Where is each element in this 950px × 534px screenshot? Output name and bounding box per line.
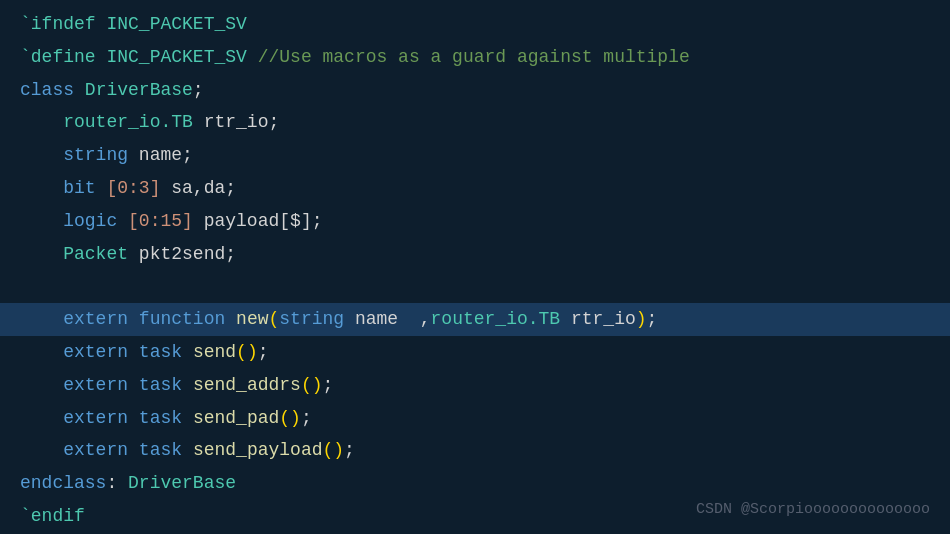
code-line-14: extern task send_payload(); xyxy=(0,434,950,467)
code-line-6: bit [0:3] sa,da; xyxy=(0,172,950,205)
func-send: send xyxy=(193,342,236,362)
type-router-io: router_io.TB xyxy=(63,112,193,132)
keyword-extern-sendpad: extern xyxy=(63,408,128,428)
watermark: CSDN @Scorpioooooooooooooo xyxy=(696,498,930,522)
code-editor: `ifndef INC_PACKET_SV `define INC_PACKET… xyxy=(0,0,950,534)
keyword-task-sendpad: task xyxy=(139,408,182,428)
keyword-extern-new: extern xyxy=(63,309,128,329)
keyword-task-send: task xyxy=(139,342,182,362)
code-line-15: endclass: DriverBase xyxy=(0,467,950,500)
code-line-5: string name; xyxy=(0,139,950,172)
keyword-ifndef: `ifndef xyxy=(20,14,96,34)
endclass-name: DriverBase xyxy=(128,473,236,493)
code-line-3: class DriverBase; xyxy=(0,74,950,107)
class-name: DriverBase xyxy=(85,80,193,100)
code-line-12: extern task send_addrs(); xyxy=(0,369,950,402)
keyword-function: function xyxy=(139,309,225,329)
func-send-pad: send_pad xyxy=(193,408,279,428)
type-router-io-new: router_io.TB xyxy=(431,309,561,329)
macro-define-val: INC_PACKET_SV xyxy=(106,47,246,67)
keyword-bit: bit xyxy=(63,178,95,198)
keyword-string: string xyxy=(63,145,128,165)
keyword-extern-sendpayload: extern xyxy=(63,440,128,460)
type-packet: Packet xyxy=(63,244,128,264)
code-line-11: extern task send(); xyxy=(0,336,950,369)
range-logic: [0:15] xyxy=(128,211,193,231)
keyword-extern-sendaddrs: extern xyxy=(63,375,128,395)
code-line-2: `define INC_PACKET_SV //Use macros as a … xyxy=(0,41,950,74)
paren-sendaddrs: () xyxy=(301,375,323,395)
func-send-addrs: send_addrs xyxy=(193,375,301,395)
keyword-task-sendpayload: task xyxy=(139,440,182,460)
keyword-logic: logic xyxy=(63,211,117,231)
keyword-extern-send: extern xyxy=(63,342,128,362)
code-line-1: `ifndef INC_PACKET_SV xyxy=(0,8,950,41)
range-bit: [0:3] xyxy=(106,178,160,198)
keyword-endclass: endclass xyxy=(20,473,106,493)
keyword-task-sendaddrs: task xyxy=(139,375,182,395)
paren-close-new: ) xyxy=(636,309,647,329)
code-line-10: extern function new(string name ,router_… xyxy=(0,303,950,336)
code-line-4: router_io.TB rtr_io; xyxy=(0,106,950,139)
func-new: new xyxy=(236,309,268,329)
code-line-7: logic [0:15] payload[$]; xyxy=(0,205,950,238)
keyword-endif: `endif xyxy=(20,506,85,526)
paren-sendpad: () xyxy=(279,408,301,428)
code-line-8: Packet pkt2send; xyxy=(0,238,950,271)
keyword-string-new: string xyxy=(279,309,344,329)
code-line-9 xyxy=(0,270,950,303)
paren-open-new: ( xyxy=(268,309,279,329)
macro-ifndef-val: INC_PACKET_SV xyxy=(106,14,246,34)
comment-guard: //Use macros as a guard against multiple xyxy=(258,47,690,67)
paren-send: () xyxy=(236,342,258,362)
code-line-13: extern task send_pad(); xyxy=(0,402,950,435)
keyword-define: `define xyxy=(20,47,96,67)
keyword-class: class xyxy=(20,80,74,100)
paren-sendpayload: () xyxy=(323,440,345,460)
func-send-payload: send_payload xyxy=(193,440,323,460)
